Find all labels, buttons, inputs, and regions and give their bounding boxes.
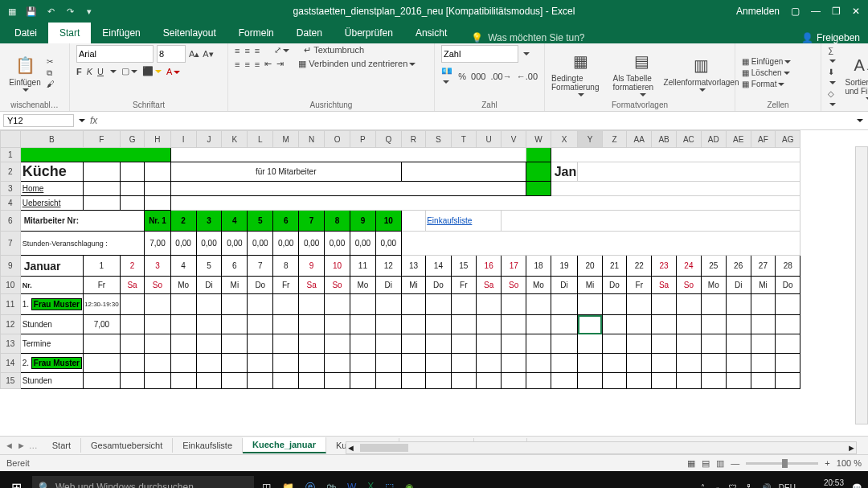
- tab-insert[interactable]: Einfügen: [91, 23, 151, 43]
- tab-start[interactable]: Start: [48, 23, 91, 43]
- mit-nr-2[interactable]: 2: [170, 211, 196, 232]
- share-button[interactable]: 👤 Freigeben: [801, 32, 860, 43]
- mit-nr-9[interactable]: 9: [350, 211, 375, 232]
- cell-subtitle[interactable]: für 10 Mitarbeiter: [170, 162, 401, 182]
- col-B[interactable]: B: [20, 131, 83, 148]
- redo-icon[interactable]: ↷: [63, 4, 77, 18]
- row-11[interactable]: 11: [1, 294, 21, 315]
- cell-W1[interactable]: [526, 148, 551, 162]
- mit-nr-10[interactable]: 10: [375, 211, 401, 232]
- accounting-format-icon[interactable]: 💶: [441, 66, 453, 86]
- taskbar-app-word[interactable]: W: [347, 482, 356, 488]
- name-box-dropdown[interactable]: [79, 119, 85, 122]
- sheet-tab-gesamt[interactable]: Gesamtuebersicht: [81, 438, 173, 453]
- comma-format-icon[interactable]: 000: [471, 72, 485, 81]
- close-icon[interactable]: ✕: [852, 6, 860, 17]
- cell-home[interactable]: Home: [20, 182, 83, 196]
- tray-volume-icon[interactable]: 🔊: [761, 483, 771, 489]
- col-P[interactable]: P: [350, 131, 375, 148]
- col-AE[interactable]: AE: [726, 131, 751, 148]
- merge-center-button[interactable]: ▦ Verbinden und zentrieren: [298, 59, 416, 69]
- sort-filter-button[interactable]: A↓Z Sortieren und Filtern: [845, 54, 868, 100]
- tray-cloud-icon[interactable]: ☁: [713, 483, 721, 489]
- align-left-icon[interactable]: ≡: [235, 59, 240, 69]
- tab-formulas[interactable]: Formeln: [227, 23, 285, 43]
- sheet-tab-kueche-januar[interactable]: Kueche_januar: [243, 437, 326, 453]
- save-icon[interactable]: 💾: [24, 4, 39, 18]
- col-AG[interactable]: AG: [776, 131, 800, 148]
- cell-kueche[interactable]: Küche: [20, 162, 83, 182]
- align-right-icon[interactable]: ≡: [255, 59, 260, 69]
- mit-nr-6[interactable]: 6: [273, 211, 299, 232]
- std-8[interactable]: 0,00: [325, 232, 350, 256]
- format-as-table-button[interactable]: ▤ Als Tabelle formatieren: [613, 50, 671, 96]
- cell-nr-header[interactable]: Nr.: [20, 277, 83, 294]
- col-Y[interactable]: Y: [578, 131, 602, 148]
- select-all-corner[interactable]: [1, 131, 21, 148]
- zoom-in-button[interactable]: +: [825, 458, 829, 468]
- col-R[interactable]: R: [401, 131, 425, 148]
- cell-r11-n[interactable]: 1.: [23, 300, 29, 309]
- decrease-decimal-icon[interactable]: ←.00: [517, 72, 538, 81]
- col-H[interactable]: H: [145, 131, 170, 148]
- std-4[interactable]: 0,00: [222, 232, 248, 256]
- mit-nr-8[interactable]: 8: [325, 211, 350, 232]
- zoom-level[interactable]: 100 %: [837, 458, 862, 468]
- row-6[interactable]: 6: [1, 211, 21, 232]
- tray-lang[interactable]: DEU: [779, 483, 796, 489]
- font-size-combo[interactable]: [157, 45, 186, 63]
- cell-januar[interactable]: Januar: [20, 256, 83, 277]
- view-normal-icon[interactable]: ▦: [687, 458, 695, 469]
- font-name-combo[interactable]: [76, 45, 154, 63]
- cell-r12-label[interactable]: Stunden: [20, 315, 83, 334]
- col-AF[interactable]: AF: [751, 131, 776, 148]
- ribbon-options-icon[interactable]: ▢: [791, 6, 800, 17]
- col-V[interactable]: V: [502, 131, 526, 148]
- mit-nr-4[interactable]: 4: [222, 211, 248, 232]
- align-center-icon[interactable]: ≡: [244, 59, 249, 69]
- font-color-button[interactable]: A: [166, 67, 180, 76]
- col-S[interactable]: S: [426, 131, 452, 148]
- cell-r11-name[interactable]: Frau Muster: [31, 298, 82, 310]
- align-top-icon[interactable]: ≡: [235, 46, 240, 55]
- tray-up-icon[interactable]: ˄: [701, 483, 705, 489]
- cell-r11-time[interactable]: 12:30-19:30: [84, 294, 121, 315]
- cell-mitarbeiter[interactable]: Mitarbeiter Nr:: [20, 211, 145, 232]
- tab-review[interactable]: Überprüfen: [334, 23, 404, 43]
- cell-r13-label[interactable]: Termine: [20, 334, 83, 354]
- vertical-scrollbar[interactable]: [855, 146, 868, 424]
- action-center-icon[interactable]: 💬: [852, 483, 862, 489]
- cell-r12-val[interactable]: 7,00: [84, 315, 121, 334]
- fx-icon[interactable]: fx: [85, 115, 102, 126]
- col-F[interactable]: F: [84, 131, 121, 148]
- tray-shield-icon[interactable]: 🛡: [729, 483, 737, 489]
- cell-B1[interactable]: [20, 148, 170, 162]
- formula-bar-expand[interactable]: [857, 119, 863, 122]
- horizontal-scrollbar[interactable]: ◄►: [346, 441, 857, 454]
- increase-decimal-icon[interactable]: .00→: [490, 72, 511, 81]
- number-format-combo[interactable]: [441, 45, 518, 63]
- format-cells-button[interactable]: ▦ Format: [742, 79, 791, 89]
- italic-button[interactable]: K: [87, 67, 92, 76]
- clear-icon[interactable]: ◇: [828, 88, 837, 109]
- mit-nr-5[interactable]: 5: [248, 211, 273, 232]
- std-5[interactable]: 0,00: [248, 232, 273, 256]
- border-button[interactable]: ▢: [121, 66, 137, 76]
- mit-nr-1[interactable]: Nr. 1: [145, 211, 170, 232]
- task-view-icon[interactable]: ◫: [262, 482, 271, 488]
- restore-icon[interactable]: ❐: [832, 6, 841, 17]
- col-Z[interactable]: Z: [602, 131, 627, 148]
- worksheet-area[interactable]: B F G H I J K L M N O P Q R S T U V W X …: [0, 130, 868, 436]
- insert-cells-button[interactable]: ▦ Einfügen: [742, 56, 791, 67]
- qat-customize-icon[interactable]: ▾: [82, 4, 96, 18]
- zoom-out-button[interactable]: —: [731, 458, 739, 468]
- col-I[interactable]: I: [170, 131, 196, 148]
- row-1[interactable]: 1: [1, 148, 21, 162]
- format-painter-icon[interactable]: 🖌: [47, 79, 55, 89]
- col-T[interactable]: T: [451, 131, 476, 148]
- mit-nr-3[interactable]: 3: [196, 211, 222, 232]
- decrease-font-icon[interactable]: A▾: [203, 49, 213, 59]
- col-L[interactable]: L: [248, 131, 273, 148]
- percent-format-icon[interactable]: %: [458, 72, 466, 81]
- col-AB[interactable]: AB: [652, 131, 677, 148]
